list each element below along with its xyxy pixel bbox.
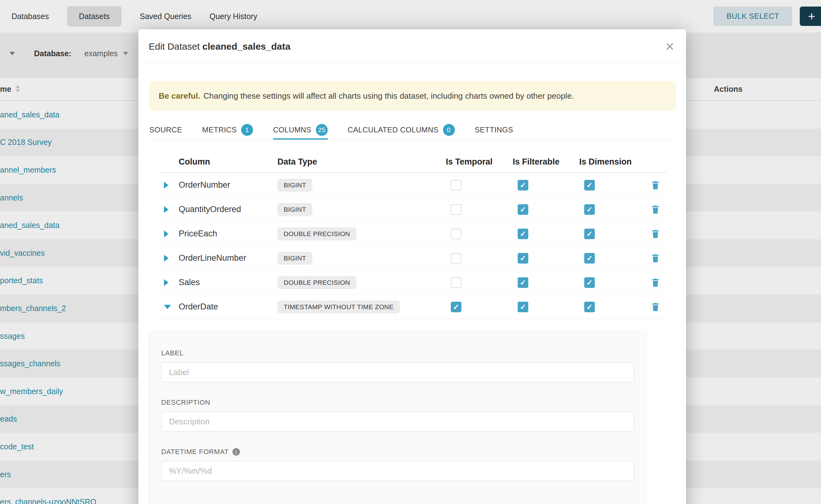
data-type-pill: TIMESTAMP WITHOUT TIME ZONE — [277, 300, 400, 314]
is-temporal-checkbox[interactable]: ✓ — [451, 302, 462, 312]
description-field-group: DESCRIPTION — [161, 398, 634, 432]
tab-metrics[interactable]: METRICS1 — [202, 120, 253, 140]
warning-banner-text: Changing these settings will affect all … — [203, 91, 574, 101]
tab-source-label: SOURCE — [149, 126, 182, 134]
metrics-count-badge: 1 — [241, 124, 253, 136]
column-header: Column — [179, 157, 277, 167]
delete-column-icon[interactable] — [651, 278, 660, 287]
is-filterable-header: Is Filterable — [513, 157, 579, 167]
label-field-group: LABEL — [161, 349, 634, 382]
delete-column-icon[interactable] — [651, 254, 660, 263]
delete-column-icon[interactable] — [651, 302, 660, 312]
description-input[interactable] — [161, 412, 634, 432]
column-name: QuantityOrdered — [179, 205, 277, 214]
tab-columns-label: COLUMNS — [273, 126, 311, 134]
is-filterable-checkbox[interactable]: ✓ — [518, 180, 528, 190]
tab-settings[interactable]: SETTINGS — [475, 120, 513, 140]
data-type-pill: DOUBLE PRECISION — [277, 227, 356, 240]
columns-count-badge: 25 — [316, 124, 328, 136]
tab-columns[interactable]: COLUMNS25 — [273, 120, 328, 140]
is-temporal-checkbox[interactable] — [451, 277, 462, 288]
expand-caret-icon[interactable] — [164, 255, 168, 262]
is-dimension-checkbox[interactable]: ✓ — [584, 204, 595, 215]
collapse-caret-icon[interactable] — [164, 305, 171, 309]
data-type-header: Data Type — [277, 157, 446, 167]
is-filterable-checkbox[interactable]: ✓ — [518, 302, 528, 312]
is-dimension-checkbox[interactable]: ✓ — [584, 180, 595, 190]
tab-calculated-columns[interactable]: CALCULATED COLUMNS0 — [348, 120, 455, 140]
edit-dataset-modal: Edit Dataset cleaned_sales_data × Be car… — [138, 29, 686, 504]
is-temporal-header: Is Temporal — [446, 157, 513, 167]
column-row: SalesDOUBLE PRECISION✓✓ — [159, 270, 667, 295]
is-dimension-checkbox[interactable]: ✓ — [584, 277, 595, 288]
delete-column-icon[interactable] — [651, 205, 660, 214]
is-dimension-checkbox[interactable]: ✓ — [584, 229, 595, 239]
is-filterable-checkbox[interactable]: ✓ — [518, 277, 528, 288]
close-icon[interactable]: × — [665, 41, 674, 52]
is-filterable-checkbox[interactable]: ✓ — [518, 229, 528, 239]
label-input[interactable] — [161, 362, 634, 382]
is-temporal-checkbox[interactable] — [451, 229, 462, 239]
datetime-format-label-text: DATETIME FORMAT — [161, 448, 229, 456]
warning-banner-bold: Be careful. — [159, 91, 200, 101]
modal-title-prefix: Edit Dataset — [149, 41, 200, 52]
column-row: QuantityOrderedBIGINT✓✓ — [159, 197, 667, 222]
column-row: PriceEachDOUBLE PRECISION✓✓ — [159, 222, 667, 246]
datetime-format-field-group: DATETIME FORMAT i — [161, 448, 634, 481]
modal-title: Edit Dataset cleaned_sales_data — [149, 41, 290, 52]
data-type-pill: BIGINT — [277, 179, 312, 192]
label-field-label: LABEL — [161, 349, 634, 357]
datetime-format-field-label: DATETIME FORMAT i — [161, 448, 634, 456]
data-type-pill: DOUBLE PRECISION — [277, 276, 356, 289]
is-temporal-checkbox[interactable] — [451, 204, 462, 215]
is-dimension-header: Is Dimension — [579, 157, 651, 167]
column-row: OrderDateTIMESTAMP WITHOUT TIME ZONE✓✓✓ — [159, 295, 667, 319]
expand-caret-icon[interactable] — [164, 206, 168, 213]
expand-caret-icon[interactable] — [164, 279, 168, 286]
column-row: OrderNumberBIGINT✓✓ — [159, 173, 667, 197]
column-name: PriceEach — [179, 229, 277, 239]
is-filterable-checkbox[interactable]: ✓ — [518, 204, 528, 215]
is-dimension-checkbox[interactable]: ✓ — [584, 253, 595, 264]
delete-column-icon[interactable] — [651, 229, 660, 239]
column-name: OrderNumber — [179, 180, 277, 190]
warning-banner: Be careful. Changing these settings will… — [149, 81, 676, 111]
expand-caret-icon[interactable] — [164, 182, 168, 189]
modal-title-dataset-name: cleaned_sales_data — [202, 41, 290, 52]
columns-table-body: OrderNumberBIGINT✓✓QuantityOrderedBIGINT… — [159, 173, 667, 319]
modal-tabs: SOURCE METRICS1 COLUMNS25 CALCULATED COL… — [149, 120, 676, 140]
tab-metrics-label: METRICS — [202, 126, 237, 134]
column-row: OrderLineNumberBIGINT✓✓ — [159, 246, 667, 270]
tab-calculated-columns-label: CALCULATED COLUMNS — [348, 126, 439, 134]
modal-header: Edit Dataset cleaned_sales_data × — [138, 29, 686, 64]
is-dimension-checkbox[interactable]: ✓ — [584, 302, 595, 312]
is-filterable-checkbox[interactable]: ✓ — [518, 253, 528, 264]
datetime-format-input[interactable] — [161, 461, 634, 481]
column-name: OrderDate — [179, 302, 277, 312]
column-name: OrderLineNumber — [179, 253, 277, 263]
tab-source[interactable]: SOURCE — [149, 120, 182, 140]
is-temporal-checkbox[interactable] — [451, 180, 462, 190]
columns-table: Column Data Type Is Temporal Is Filterab… — [159, 151, 667, 319]
column-name: Sales — [179, 278, 277, 287]
columns-table-header: Column Data Type Is Temporal Is Filterab… — [159, 151, 667, 173]
delete-column-icon[interactable] — [651, 180, 660, 190]
calculated-columns-count-badge: 0 — [443, 124, 455, 136]
data-type-pill: BIGINT — [277, 203, 312, 216]
description-field-label: DESCRIPTION — [161, 398, 634, 407]
data-type-pill: BIGINT — [277, 252, 312, 265]
column-detail-panel: LABEL DESCRIPTION DATETIME FORMAT i — [149, 331, 647, 504]
tab-settings-label: SETTINGS — [475, 126, 513, 134]
expand-caret-icon[interactable] — [164, 230, 168, 237]
info-icon[interactable]: i — [232, 448, 240, 456]
is-temporal-checkbox[interactable] — [451, 253, 462, 264]
